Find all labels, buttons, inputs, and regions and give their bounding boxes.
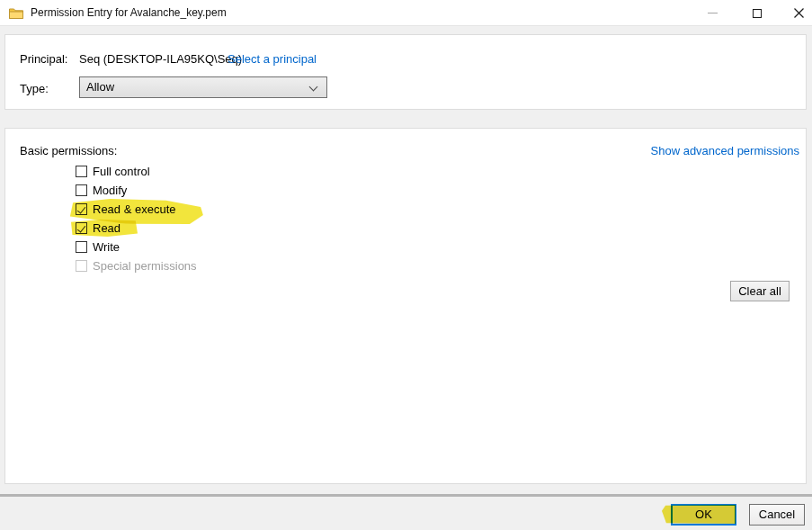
basic-permissions-label: Basic permissions:: [20, 144, 117, 157]
type-label: Type:: [20, 82, 49, 95]
permission-label[interactable]: Modify: [93, 184, 127, 198]
minimize-icon: [708, 13, 718, 13]
maximize-icon: [753, 9, 762, 18]
close-icon: [794, 8, 804, 18]
permission-checkbox[interactable]: [76, 260, 87, 272]
basic-permissions-panel: [4, 128, 807, 484]
type-dropdown[interactable]: Allow: [79, 76, 327, 98]
permission-label[interactable]: Write: [93, 240, 120, 255]
select-principal-link[interactable]: Select a principal: [228, 52, 317, 66]
folder-icon: [9, 7, 23, 19]
permission-label[interactable]: Special permissions: [93, 259, 197, 274]
maximize-button[interactable]: [744, 0, 771, 26]
show-advanced-permissions-link[interactable]: Show advanced permissions: [651, 144, 799, 157]
cancel-button[interactable]: Cancel: [749, 504, 805, 526]
principal-value: Seq (DESKTOP-ILA95KQ\Seq): [79, 52, 242, 66]
permission-checkbox[interactable]: [76, 184, 87, 196]
permission-checkbox[interactable]: [76, 241, 87, 253]
permission-checkbox[interactable]: [76, 222, 87, 234]
permission-checkbox[interactable]: [76, 203, 87, 215]
chevron-down-icon: [309, 83, 318, 92]
type-dropdown-value: Allow: [86, 80, 114, 94]
ok-button[interactable]: OK: [671, 504, 736, 526]
permission-label[interactable]: Read & execute: [93, 202, 176, 217]
minimize-button[interactable]: [699, 0, 726, 26]
close-button[interactable]: [785, 0, 812, 26]
clear-all-button[interactable]: Clear all: [730, 281, 790, 301]
principal-label: Principal:: [20, 52, 67, 66]
window-title: Permission Entry for Avalanche_key.pem: [31, 0, 227, 26]
title-bar: Permission Entry for Avalanche_key.pem: [0, 0, 812, 26]
permission-checkbox[interactable]: [76, 166, 87, 177]
permission-label[interactable]: Full control: [93, 165, 150, 179]
principal-type-panel: [4, 34, 807, 110]
permission-label[interactable]: Read: [93, 221, 120, 236]
footer-divider: [0, 494, 812, 497]
